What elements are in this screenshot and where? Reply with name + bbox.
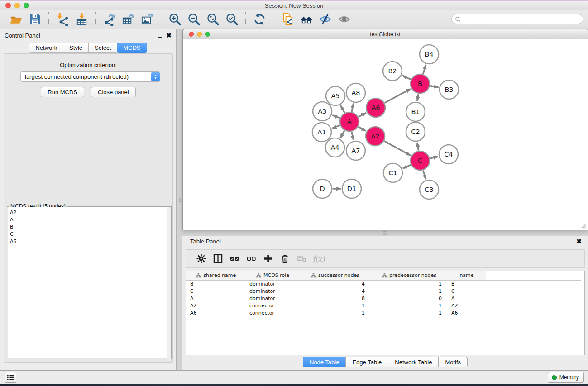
graph-node-A4[interactable]: A4: [325, 138, 344, 157]
tab-motifs[interactable]: Motifs: [438, 357, 468, 367]
criterion-dropdown[interactable]: largest connected component (directed) ▲…: [20, 71, 160, 82]
graph-node-B1[interactable]: B1: [406, 102, 425, 121]
tab-edge-table[interactable]: Edge Table: [345, 357, 388, 367]
zoom-out-button[interactable]: [184, 11, 203, 28]
column-header-name[interactable]: name: [448, 271, 486, 280]
graph-edge-A2-C[interactable]: [384, 141, 411, 156]
graph-node-C2[interactable]: C2: [406, 122, 425, 141]
table-row[interactable]: Cdominator41C: [186, 287, 581, 295]
delete-column-button[interactable]: [277, 251, 293, 267]
graph-edge-B-B2[interactable]: [402, 76, 411, 80]
graph-edge-C-C2[interactable]: [417, 143, 419, 151]
import-network-button[interactable]: [53, 11, 72, 28]
minimize-window-button[interactable]: [14, 3, 20, 8]
graph-node-B4[interactable]: B4: [420, 45, 439, 64]
result-list-item[interactable]: A2: [8, 209, 171, 216]
graph-edge-B-B4[interactable]: [423, 65, 426, 74]
graph-edge-B-B1[interactable]: [417, 94, 419, 101]
minimize-network-window-button[interactable]: [197, 32, 202, 37]
node-table[interactable]: shared nameMCDS rolesuccessor nodesprede…: [186, 271, 585, 355]
result-list-scrollbar[interactable]: [167, 207, 171, 359]
column-header-shared-name[interactable]: shared name: [186, 271, 246, 280]
run-mcds-button[interactable]: Run MCDS: [41, 87, 84, 97]
graph-edge-A-A3[interactable]: [332, 115, 340, 118]
float-table-panel-icon[interactable]: [568, 239, 572, 243]
export-network-button[interactable]: [100, 11, 119, 28]
graph-node-A2[interactable]: A2: [366, 127, 385, 146]
graph-edge-C-C3[interactable]: [423, 170, 426, 179]
zoom-network-window-button[interactable]: [205, 32, 210, 37]
open-session-button[interactable]: [6, 11, 25, 28]
table-settings-button[interactable]: [193, 251, 210, 267]
graph-node-B2[interactable]: B2: [383, 62, 402, 81]
table-row[interactable]: Bdominator41B: [186, 280, 581, 287]
table-row[interactable]: Adominator80A: [186, 295, 581, 302]
close-table-panel-icon[interactable]: ✖: [576, 239, 582, 243]
graph-edge-C-C4[interactable]: [430, 157, 438, 158]
graph-edge-B-B3[interactable]: [430, 86, 438, 87]
table-row[interactable]: A6connector11A6: [186, 309, 581, 316]
add-column-button[interactable]: [260, 251, 277, 267]
graph-node-A5[interactable]: A5: [326, 86, 345, 105]
close-network-window-button[interactable]: [189, 32, 194, 37]
graph-node-C1[interactable]: C1: [383, 163, 402, 182]
column-header-successor-nodes[interactable]: successor nodes: [300, 271, 371, 280]
save-session-button[interactable]: [25, 11, 44, 28]
network-window-titlebar[interactable]: testGlobe.txt: [183, 29, 588, 39]
select-all-button[interactable]: [226, 251, 243, 267]
graph-edge-A-A6[interactable]: [359, 113, 366, 117]
graph-edge-A-A7[interactable]: [352, 132, 354, 140]
result-list-item[interactable]: B: [8, 223, 171, 230]
zoom-fit-button[interactable]: [203, 11, 222, 28]
tab-style[interactable]: Style: [63, 43, 88, 53]
graph-edge-C-C1[interactable]: [403, 165, 411, 168]
horizontal-split-handle[interactable]: [383, 231, 387, 235]
search-field[interactable]: [451, 14, 583, 24]
home-button[interactable]: [296, 11, 316, 28]
column-header-predecessor-nodes[interactable]: predecessor nodes: [371, 271, 448, 280]
export-table-button[interactable]: [119, 11, 138, 28]
graph-node-A1[interactable]: A1: [312, 123, 331, 142]
close-panel-icon[interactable]: ✖: [166, 33, 172, 38]
tab-mcds[interactable]: MCDS: [117, 43, 147, 53]
graph-node-A3[interactable]: A3: [313, 102, 332, 121]
graph-edge-A-A5[interactable]: [340, 105, 344, 113]
memory-button[interactable]: Memory: [548, 372, 584, 383]
graph-edge-A-A8[interactable]: [352, 103, 354, 112]
refresh-button[interactable]: [250, 11, 269, 28]
graph-node-C4[interactable]: C4: [439, 145, 458, 164]
resize-grip-icon[interactable]: [580, 223, 586, 229]
result-list-item[interactable]: A6: [8, 238, 171, 245]
tab-network[interactable]: Network: [29, 43, 63, 53]
clone-network-button[interactable]: [277, 11, 296, 28]
graph-edge-A6-B[interactable]: [385, 89, 411, 103]
show-graphics-details-button[interactable]: [316, 11, 335, 28]
graph-node-A6[interactable]: A6: [366, 98, 385, 117]
graph-node-A[interactable]: A: [340, 112, 359, 131]
search-input[interactable]: [463, 15, 583, 23]
graph-node-B3[interactable]: B3: [440, 80, 459, 99]
close-window-button[interactable]: [5, 3, 11, 8]
graph-node-D[interactable]: D: [313, 179, 332, 198]
graph-node-C[interactable]: C: [411, 151, 430, 170]
tab-node-table[interactable]: Node Table: [303, 357, 346, 367]
export-image-button[interactable]: [138, 11, 157, 28]
table-row[interactable]: A2connector11A2: [186, 302, 581, 309]
close-panel-button[interactable]: Close panel: [91, 87, 136, 97]
tab-select[interactable]: Select: [88, 43, 117, 53]
network-canvas[interactable]: B4B2BB3A8A5A6A3B1AC2A1A2A4A7C4CC1DD1C3: [183, 39, 587, 229]
result-list-item[interactable]: A: [8, 216, 171, 223]
import-table-button[interactable]: [72, 11, 91, 28]
deselect-all-button[interactable]: [243, 251, 260, 267]
graph-edge-A-A2[interactable]: [359, 127, 366, 131]
graph-node-C3[interactable]: C3: [420, 180, 439, 199]
graph-node-B[interactable]: B: [411, 74, 430, 93]
float-panel-icon[interactable]: [158, 33, 162, 38]
toggle-preview-button[interactable]: [335, 11, 354, 28]
toggle-panes-button[interactable]: [210, 251, 226, 267]
result-list-item[interactable]: C: [8, 230, 171, 238]
tab-network-table[interactable]: Network Table: [388, 357, 438, 367]
graph-node-D1[interactable]: D1: [342, 179, 361, 198]
column-header-MCDS-role[interactable]: MCDS role: [246, 271, 300, 280]
task-history-button[interactable]: [5, 372, 16, 383]
